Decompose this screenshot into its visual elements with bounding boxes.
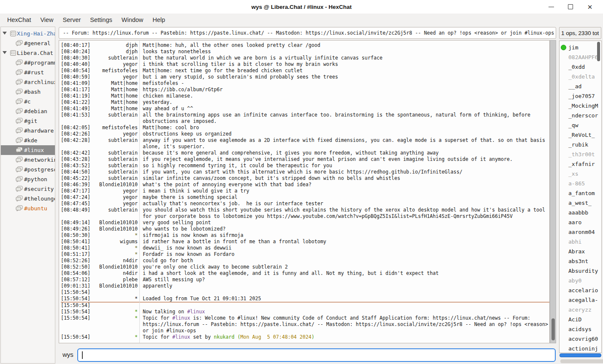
chat-line: [15:50:54]*Now talking on #linux (61, 309, 549, 315)
close-button[interactable]: ✕ (580, 0, 600, 14)
userlist-item-_th3r00t[interactable]: _th3r00t (560, 149, 601, 159)
userlist-item-aaro[interactable]: aaro (560, 217, 601, 227)
userlist-item-accelario[interactable]: accelario (560, 285, 601, 295)
expander-icon[interactable] (3, 32, 7, 35)
user-nick: actioninj (568, 345, 598, 352)
chat-timestamp: [08:40:40] (61, 61, 91, 68)
userlist-item-__ad[interactable]: __ad (560, 81, 601, 91)
chat-message: way ahead of u ^^ (143, 106, 549, 112)
tree-item-rust[interactable]: ##rust (1, 68, 55, 77)
userlist-item-082aahpf6[interactable]: 082AAHPF6 (560, 52, 601, 62)
message-input[interactable] (77, 348, 556, 362)
chat-scrollbar[interactable] (550, 40, 556, 343)
chat-timestamp: [08:45:22] (61, 175, 91, 182)
tree-item-thelounge[interactable]: #thelounge (1, 194, 55, 204)
userlist-item-_0xdd[interactable]: _0xdd (560, 62, 601, 72)
userlist-item-a_fantom[interactable]: a_fantom (560, 188, 601, 198)
gap (138, 334, 143, 340)
chat-line: [08:43:52]subtlerainso i highly recommen… (61, 163, 549, 169)
userlist-item-acovrig60[interactable]: acovrig60 (560, 334, 601, 344)
chat-message: if you reject eaglemode, it means you've… (143, 156, 549, 163)
chat-line: [08:48:49]subtlerainyou should also watc… (61, 207, 549, 220)
tree-item-programming[interactable]: ##programming (1, 58, 55, 68)
maximize-button[interactable] (561, 0, 580, 14)
chat-timestamp: [15:50:54] (61, 309, 91, 315)
userlist-item-aceryzz[interactable]: aceryzz (560, 305, 601, 315)
menu-item-view[interactable]: View (35, 15, 58, 25)
tree-item-python[interactable]: #python (1, 174, 55, 184)
chat-scrollbar-thumb[interactable] (551, 318, 555, 340)
menu-item-window[interactable]: Window (117, 15, 148, 25)
tree-item-ubuntu[interactable]: #ubuntu (1, 204, 55, 213)
userlist-item-acid[interactable]: AciD (560, 315, 601, 324)
userlist-item-abrax[interactable]: Abrax (560, 247, 601, 256)
userlist-item-acidsys[interactable]: acidsys (560, 324, 601, 334)
userlist-item-a-865[interactable]: a-865 (560, 179, 601, 188)
expander-icon[interactable] (3, 51, 7, 54)
userlist-item-abs3nt[interactable]: abs3nt (560, 256, 601, 266)
tree-item-bash[interactable]: #bash (1, 87, 55, 97)
chat-timestamp: [08:54:06] (61, 270, 91, 277)
tree-item-git[interactable]: #git (1, 116, 55, 126)
userlist-item-abhi[interactable]: abhi (560, 237, 601, 247)
chat-line: [08:42:28]subtlerainanyway if you want t… (61, 137, 549, 150)
tree-item-hardware[interactable]: #hardware (1, 126, 55, 136)
tree-item-networking[interactable]: #networking (1, 155, 55, 165)
gap (138, 245, 143, 251)
chat-nick: subtlerain (91, 207, 138, 220)
chat-line: [08:43:28]subtlerainif you reject eaglem… (61, 156, 549, 163)
userlist-item-_xs[interactable]: _xs (560, 169, 601, 179)
message-segment: Matt|home: next time go for the breaded … (143, 68, 302, 73)
userlist: jim082AAHPF6_0xdd_0xdelta__ad_joe7057_Mo… (559, 41, 602, 353)
tree-item-general[interactable]: #general (1, 38, 55, 48)
userlist-item-aby0[interactable]: aby0 (560, 276, 601, 285)
tree-item-security[interactable]: #security (1, 184, 55, 194)
chat-nick: yegor (91, 194, 138, 201)
userlist-item-absurdity[interactable]: Absurdity (560, 266, 601, 276)
menu-item-settings[interactable]: Settings (85, 15, 117, 25)
chat-nick: yegor (91, 74, 138, 80)
message-segment: similar infinite canvas/zoom concept, bu… (143, 175, 400, 181)
server-icon (10, 50, 16, 57)
userlist-item-aaabbb[interactable]: aaabbb (560, 208, 601, 217)
tree-item-archlinux[interactable]: #archlinux (1, 77, 55, 87)
userlist-hscrollbar[interactable] (560, 353, 601, 357)
tree-item-debian[interactable]: #debian (1, 106, 55, 116)
message-segment: who wants to be lobotomized? (143, 226, 225, 232)
tree-item-postgresql[interactable]: #postgresql (1, 165, 55, 174)
chat-nick: * (91, 245, 138, 251)
userlist-item-actioninj[interactable]: actioninj (560, 344, 601, 353)
menu-item-help[interactable]: Help (148, 15, 170, 25)
tree-item-libera-chat[interactable]: Libera.Chat (1, 48, 55, 58)
userlist-item-a_west_[interactable]: a_west_ (560, 198, 601, 208)
userlist-item-_0xdelta[interactable]: _0xdelta (560, 72, 601, 81)
userlist-item-jim[interactable]: jim (560, 43, 601, 52)
userlist-item-_rubik[interactable]: _rubik (560, 140, 601, 149)
userlist-item-_qw[interactable]: _qw (560, 120, 601, 130)
userlist-item-_revolt_[interactable]: _ReVoLt_ (560, 130, 601, 140)
topic-bar[interactable]: -- Forum: https://linux.forum -- Pastebi… (59, 27, 556, 39)
userlist-item-_xfafnir[interactable]: _xfafnir (560, 159, 601, 169)
tree-item-c[interactable]: #c (1, 97, 55, 106)
chat-message: Matt|home: next time go for the breaded … (143, 68, 549, 74)
userlist-item-aaronm04[interactable]: aaronm04 (560, 227, 601, 237)
tree-item-kde[interactable]: #kde (1, 136, 55, 145)
chat-timestamp: [08:50:30] (61, 232, 91, 239)
chat-timestamp: [08:40:17] (61, 42, 91, 49)
menu-item-hexchat[interactable]: HexChat (3, 15, 35, 25)
user-nick: jim (568, 44, 578, 51)
bottom-scrollbar[interactable] (560, 359, 603, 363)
minimize-button[interactable] (541, 0, 561, 14)
menu-item-server[interactable]: Server (58, 15, 86, 25)
userlist-item-_mockingm[interactable]: _MockingM (560, 101, 601, 111)
tree-item-xing-hai-zhan[interactable]: Xing-Hai-Zhan (1, 29, 55, 38)
userlist-item-_nderscor[interactable]: _nderscor (560, 111, 601, 120)
userlist-scrollbar-thumb[interactable] (597, 42, 600, 61)
tree-item-linux[interactable]: #linux (1, 145, 55, 155)
chat-line: [08:54:06]n4diri had a short look at the… (61, 270, 549, 277)
chat-line: [08:44:50]subtlerainif you want, you can… (61, 169, 549, 175)
userlist-item-acegalla-[interactable]: acegalla- (560, 295, 601, 305)
userlist-item-_joe7057[interactable]: _joe7057 (560, 91, 601, 101)
chat-timestamp: [08:52:50] (61, 264, 91, 270)
chat-line: [15:50:54] (61, 302, 549, 309)
